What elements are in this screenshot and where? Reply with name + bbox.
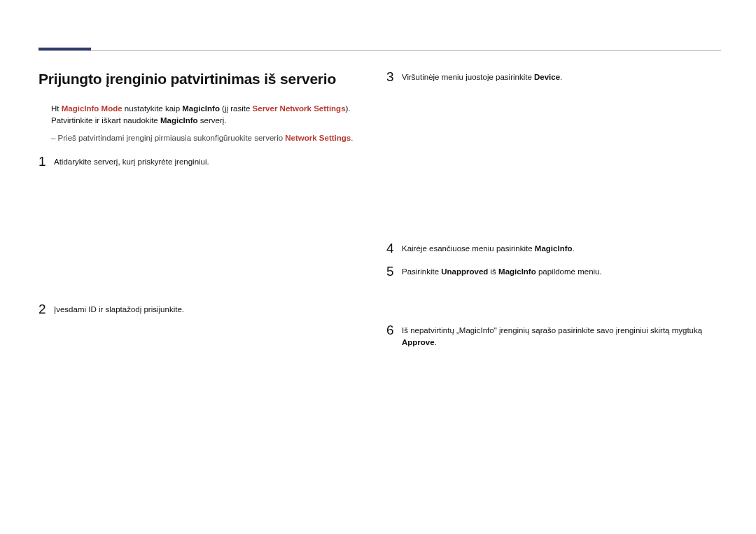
step-4-text: Kairėje esančiuose meniu pasirinkite Mag… <box>402 241 575 255</box>
step-6: 6 Iš nepatvirtintų „MagicInfo" įrenginių… <box>386 323 722 348</box>
intro-line2a: Patvirtinkite ir iškart naudokite <box>51 116 160 125</box>
step-number-4: 4 <box>386 241 402 255</box>
step3-b: Device <box>534 73 560 81</box>
step-2: 2 Įvesdami ID ir slaptažodį prisijunkite… <box>38 302 360 316</box>
intro-mode-label: MagicInfo Mode <box>62 104 122 113</box>
step3-a: Viršutinėje meniu juostoje pasirinkite <box>402 73 534 81</box>
intro-mid1: nustatykite kaip <box>122 104 183 113</box>
step5-a: Pasirinkite <box>402 267 441 276</box>
step6-c: . <box>435 338 437 346</box>
divider-line <box>38 50 721 51</box>
intro-server: Server <box>253 104 278 113</box>
left-column: Prijungto įrenginio patvirtinimas iš ser… <box>38 70 360 325</box>
step-1-text: Atidarykite serverį, kurį priskyrėte įre… <box>54 155 209 168</box>
step6-a: Iš nepatvirtintų „MagicInfo" įrenginių s… <box>402 326 702 335</box>
step3-c: . <box>560 73 562 81</box>
step-4: 4 Kairėje esančiuose meniu pasirinkite M… <box>386 241 722 255</box>
step-5-text: Pasirinkite Unapproved iš MagicInfo papi… <box>402 265 602 278</box>
step-3: 3 Viršutinėje meniu juostoje pasirinkite… <box>386 70 722 83</box>
intro-line2b: MagicInfo <box>160 116 198 125</box>
note-t2: . <box>351 134 353 142</box>
note-net: Network Settings <box>285 134 351 142</box>
intro-mid2: (jį rasite <box>220 104 253 113</box>
step5-b: Unapproved <box>441 267 488 276</box>
intro-mode-val: MagicInfo <box>182 104 220 113</box>
step4-c: . <box>573 244 575 253</box>
intro-line2c: serverį. <box>198 116 227 125</box>
step4-b: MagicInfo <box>535 244 573 253</box>
step-number-5: 5 <box>386 265 402 278</box>
step5-e: papildomė meniu. <box>536 267 602 276</box>
intro-prefix: Ht <box>51 104 62 113</box>
note-line: Prieš patvirtindami įrenginį pirmiausia … <box>51 132 360 144</box>
step-number-1: 1 <box>38 155 54 168</box>
page-title: Prijungto įrenginio patvirtinimas iš ser… <box>38 70 360 87</box>
step5-c: iš <box>488 267 498 276</box>
intro-paragraph: Ht MagicInfo Mode nustatykite kaip Magic… <box>51 103 360 126</box>
step-2-text: Įvesdami ID ir slaptažodį prisijunkite. <box>54 302 184 316</box>
step-5: 5 Pasirinkite Unapproved iš MagicInfo pa… <box>386 265 722 278</box>
right-column: 3 Viršutinėje meniu juostoje pasirinkite… <box>386 70 722 288</box>
step6-b: Approve <box>402 338 435 346</box>
step-number-2: 2 <box>38 302 54 316</box>
step-number-3: 3 <box>386 70 402 83</box>
step5-d: MagicInfo <box>498 267 536 276</box>
intro-net1: Network Settings <box>280 104 346 113</box>
note-t1: Prieš patvirtindami įrenginį pirmiausia … <box>58 134 286 142</box>
step-6-text: Iš nepatvirtintų „MagicInfo" įrenginių s… <box>402 323 722 348</box>
step4-a: Kairėje esančiuose meniu pasirinkite <box>402 244 535 253</box>
step-3-text: Viršutinėje meniu juostoje pasirinkite D… <box>402 70 562 83</box>
step-1: 1 Atidarykite serverį, kurį priskyrėte į… <box>38 155 360 168</box>
step-number-6: 6 <box>386 323 402 337</box>
intro-mid4: ). <box>346 104 351 113</box>
